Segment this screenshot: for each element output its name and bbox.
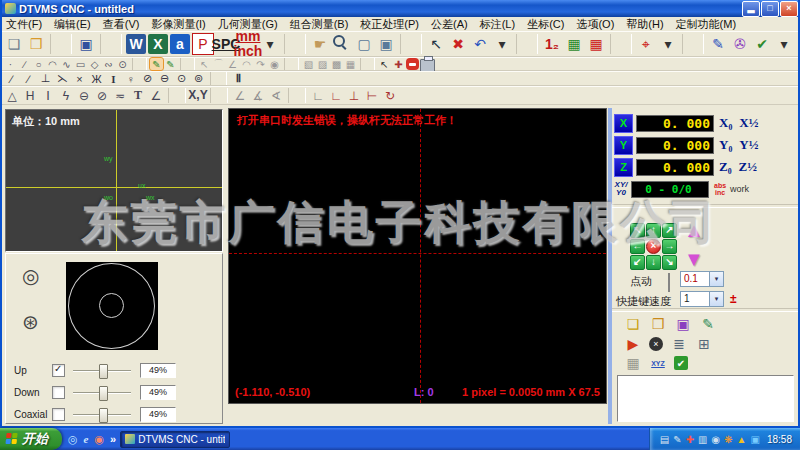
measure-star-icon[interactable]: Ж	[89, 72, 104, 85]
coord-axis-icon[interactable]: ∟	[328, 88, 344, 103]
menu-calibration[interactable]: 校正处理(P)	[354, 17, 425, 31]
axis-y-half-button[interactable]: Y½	[739, 137, 758, 153]
jog-step-checkbox[interactable]	[668, 273, 670, 292]
measure-line-icon[interactable]: ∕	[4, 72, 19, 85]
light-up-checkbox[interactable]	[52, 364, 65, 377]
minimize-button[interactable]: ▂	[742, 1, 760, 17]
measure-circle-ring-icon[interactable]: ⊚	[191, 72, 206, 85]
pointer-icon[interactable]: ↖	[378, 58, 391, 70]
trace-angle-icon[interactable]: ∠	[226, 58, 239, 70]
axis-y-zero-button[interactable]: Y₀	[719, 137, 732, 153]
axis-z-button[interactable]: Z	[614, 158, 633, 177]
chevron-down-icon[interactable]: ▾	[709, 272, 723, 286]
program-new-icon[interactable]: ❏	[624, 315, 642, 333]
menu-coordinate[interactable]: 坐标(C)	[521, 17, 570, 31]
axis-x-half-button[interactable]: X½	[739, 115, 758, 131]
close-button[interactable]: ×	[780, 1, 798, 17]
light-coaxial-checkbox[interactable]	[52, 408, 65, 421]
menu-image-measure[interactable]: 影像测量(I)	[145, 17, 211, 31]
draw-closed-icon[interactable]: ⊙	[116, 58, 129, 70]
tray-display-icon[interactable]: ▤	[660, 434, 669, 445]
light-down-checkbox[interactable]	[52, 386, 65, 399]
dropdown-caret-icon[interactable]: ▾	[492, 34, 512, 54]
axis-y-button[interactable]: Y	[614, 136, 633, 155]
z-down-button[interactable]: ▼	[684, 249, 704, 269]
undo-icon[interactable]: ↶	[470, 34, 490, 54]
zoom-magnifier-icon[interactable]	[332, 34, 352, 54]
jog-down-right-button[interactable]: ↘	[662, 255, 677, 270]
slider-thumb[interactable]	[99, 386, 108, 401]
program-xyz-icon[interactable]: XYZ	[649, 354, 667, 372]
camera-viewport[interactable]: 打开串口时发生错误，操纵杆无法正常工作！ (-1.110, -0.510) L:…	[228, 108, 607, 404]
chevron-down-icon[interactable]: ▾	[709, 292, 723, 306]
program-edit-icon[interactable]: ✎	[699, 315, 717, 333]
menu-annotation[interactable]: 标注(L)	[474, 17, 521, 31]
menu-custom-function[interactable]: 定制功能(M)	[670, 17, 743, 31]
measure-pin-icon[interactable]: ♀	[123, 72, 138, 85]
video-capture-icon[interactable]: ✇	[730, 34, 750, 54]
axis-x-zero-button[interactable]: X₀	[719, 115, 732, 131]
measure-circle-minus-icon[interactable]: ⊖	[157, 72, 172, 85]
program-array-icon[interactable]: ⊞	[695, 335, 713, 353]
draw-rect-icon[interactable]: ▭	[74, 58, 87, 70]
measure-perpendicular-icon[interactable]: ⊥	[38, 72, 53, 85]
dropdown-caret-icon[interactable]: ▾	[260, 34, 280, 54]
capture-box4-icon[interactable]: ▦	[344, 58, 357, 70]
menu-combo-measure[interactable]: 组合测量(B)	[284, 17, 355, 31]
measure-tangent-icon[interactable]: ⋋	[55, 72, 70, 85]
ring-light-icon[interactable]: ⊛	[22, 312, 39, 332]
measure-circle-slash-icon[interactable]: ⊘	[140, 72, 155, 85]
trace-arc-icon[interactable]: ⌒	[212, 58, 225, 70]
jog-right-button[interactable]: →	[662, 239, 677, 254]
tray-messenger-icon[interactable]: ▣	[751, 434, 760, 445]
hotkey-speed-select[interactable]: 1 ▾	[680, 291, 724, 307]
work-coord-label[interactable]: work	[730, 184, 749, 194]
axis-z-zero-button[interactable]: Z₀	[719, 159, 732, 175]
target-crosshair-icon[interactable]: ⌖	[636, 34, 656, 54]
jog-stop-button[interactable]: ×	[646, 239, 661, 254]
jog-down-left-button[interactable]: ↙	[630, 255, 645, 270]
construct-distance-icon[interactable]: Ⅰ	[40, 88, 56, 103]
new-file-icon[interactable]: ❏	[4, 34, 24, 54]
trace-loop-icon[interactable]: ↷	[254, 58, 267, 70]
quicklaunch-ie-icon[interactable]: e	[84, 433, 89, 445]
tray-pen-icon[interactable]: ✎	[673, 434, 681, 445]
program-cube-icon[interactable]: ▣	[674, 315, 692, 333]
coord-translate-icon[interactable]: ⊥	[346, 88, 362, 103]
pan-hand-icon[interactable]: ☛	[310, 34, 330, 54]
tray-update-icon[interactable]: ◉	[711, 434, 720, 445]
trace-curve-icon[interactable]: ◠	[240, 58, 253, 70]
image-window-icon[interactable]: ▣	[376, 34, 396, 54]
program-steps-icon[interactable]: ≣	[670, 335, 688, 353]
program-machine-icon[interactable]: ▦	[624, 354, 642, 372]
axis-z-half-button[interactable]: Z½	[739, 159, 757, 175]
angle-tool2-icon[interactable]: ∡	[250, 88, 266, 103]
capture-box1-icon[interactable]: ▧	[302, 58, 315, 70]
measure-pencil-icon[interactable]: ✎	[164, 58, 177, 70]
xy-readout-icon[interactable]: X,Y	[190, 88, 206, 103]
measure-pencil-active-icon[interactable]: ✎	[150, 58, 163, 70]
jog-step-select[interactable]: 0.1 ▾	[680, 271, 724, 287]
z-up-button[interactable]: ▲	[684, 220, 704, 240]
folder-check-icon[interactable]: ✔	[752, 34, 772, 54]
construct-intersect-icon[interactable]: ϟ	[58, 88, 74, 103]
capture-box3-icon[interactable]: ▩	[330, 58, 343, 70]
menu-edit[interactable]: 编辑(E)	[48, 17, 97, 31]
quicklaunch-media-icon[interactable]: ◉	[95, 433, 105, 446]
measure-cross-icon[interactable]: ×	[72, 72, 87, 85]
menu-help[interactable]: 帮助(H)	[620, 17, 669, 31]
stage-move-icon[interactable]: ✚	[392, 58, 405, 70]
construct-triangle-icon[interactable]: △	[4, 88, 20, 103]
slider-thumb[interactable]	[99, 364, 108, 379]
pointer-pick-icon[interactable]: ↖	[426, 34, 446, 54]
coord-align-icon[interactable]: ⊢	[364, 88, 380, 103]
measure-width-icon[interactable]: I	[106, 72, 121, 85]
start-button[interactable]: 开始	[0, 428, 62, 450]
draw-circle-icon[interactable]: ○	[32, 58, 45, 70]
export-excel-icon[interactable]: X	[148, 34, 168, 54]
measure-circle-dot-icon[interactable]: ⊙	[174, 72, 189, 85]
emergency-stop-icon[interactable]	[406, 58, 419, 70]
angle-tool-icon[interactable]: ∠	[232, 88, 248, 103]
trace-blob-icon[interactable]: ◉	[268, 58, 281, 70]
edit-form-icon[interactable]: ✎	[708, 34, 728, 54]
